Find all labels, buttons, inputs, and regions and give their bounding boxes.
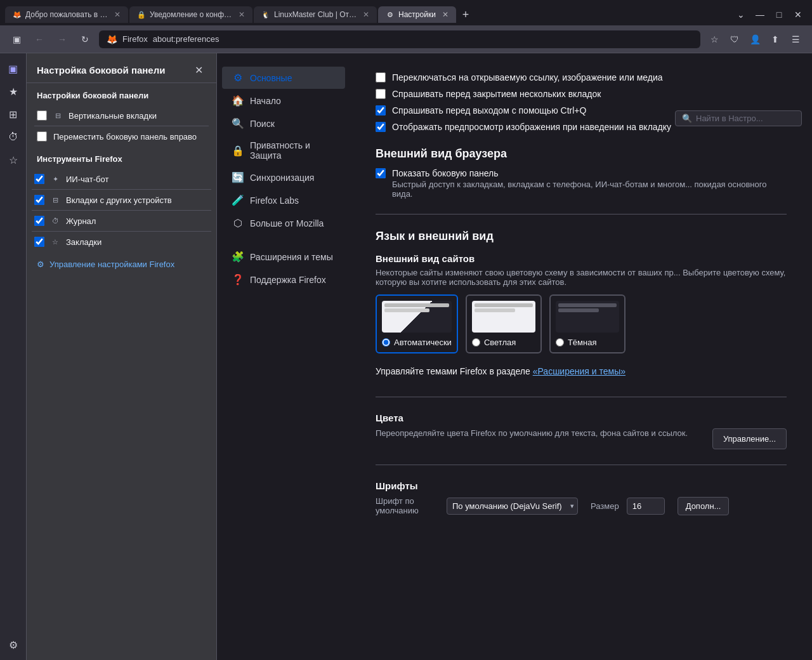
color-scheme-dark-card[interactable]: Тёмная	[549, 294, 625, 353]
search-icon: 🔍	[682, 114, 692, 123]
nav-sync-label: Синхронизация	[250, 173, 314, 183]
panel-close-button[interactable]: ✕	[191, 62, 206, 77]
tab-3[interactable]: 🐧 LinuxMaster Club | Откры... ✕	[254, 6, 377, 23]
bookmarks-tool-label[interactable]: Закладки	[66, 237, 102, 247]
back-button[interactable]: ←	[30, 30, 48, 48]
window-controls: ⌄ — □ ✕	[732, 6, 807, 23]
nav-item-extensions[interactable]: 🧩 Расширения и темы	[222, 246, 345, 268]
tab-4-close[interactable]: ✕	[442, 10, 449, 19]
address-bar[interactable]: 🦊 Firefox about:preferences	[99, 30, 700, 48]
move-sidebar-checkbox[interactable]	[37, 131, 47, 142]
panel-settings-body: ⊟ Вертикальные вкладки Переместить боков…	[27, 105, 216, 147]
manage-colors-button[interactable]: Управление...	[712, 428, 787, 449]
nav-item-mozilla[interactable]: ⬡ Больше от Mozilla	[222, 212, 345, 234]
sidebar-icon-starred[interactable]: ☆	[3, 150, 23, 170]
minimize-button[interactable]: —	[751, 6, 769, 23]
bookmarks-tool-checkbox[interactable]	[34, 237, 44, 247]
sidebar-icon-overview[interactable]: ▣	[3, 58, 23, 79]
nav-item-sync[interactable]: 🔄 Синхронизация	[222, 166, 345, 188]
ask-exit-checkbox[interactable]	[376, 105, 386, 116]
manage-firefox-link[interactable]: ⚙ Управление настройками Firefox	[27, 252, 216, 277]
sidebar-icon-bookmarks[interactable]: ★	[3, 81, 23, 102]
nav-item-labs[interactable]: 🧪 Firefox Labs	[222, 189, 345, 211]
nav-extensions-icon: 🧩	[232, 251, 244, 263]
nav-support-icon: ❓	[232, 274, 244, 286]
sidebar-icon-history[interactable]: ⏱	[3, 127, 23, 147]
maximize-button[interactable]: □	[770, 6, 788, 23]
tab-2-close[interactable]: ✕	[239, 10, 245, 19]
forward-button[interactable]: →	[53, 30, 71, 48]
settings-main: 🔍 Переключаться на открываемую ссылку, и…	[350, 53, 812, 660]
ai-chat-label[interactable]: ИИ-чат-бот	[66, 175, 108, 184]
nav-privacy-label: Приватность и Защита	[250, 140, 335, 161]
tabs-other-label[interactable]: Вкладки с других устройств	[66, 195, 172, 205]
ask-close-tabs-checkbox[interactable]	[376, 89, 386, 99]
reload-button[interactable]: ↻	[76, 30, 94, 48]
close-button[interactable]: ✕	[789, 6, 807, 23]
font-size-select[interactable]: 16	[627, 498, 665, 515]
move-sidebar-label[interactable]: Переместить боковую панель вправо	[53, 132, 197, 142]
tab-2[interactable]: 🔒 Уведомление о конфиде... ✕	[129, 6, 252, 23]
nav-item-home[interactable]: 🏠 Начало	[222, 89, 345, 112]
light-radio[interactable]	[472, 338, 480, 346]
font-advanced-button[interactable]: Дополн...	[678, 497, 730, 515]
panel-header: Настройка боковой панели ✕	[27, 53, 216, 83]
dark-label: Тёмная	[556, 338, 619, 347]
tab-4[interactable]: ⚙ Настройки ✕	[378, 6, 456, 23]
panel-tools-body: ✦ ИИ-чат-бот ⊟ Вкладки с других устройст…	[27, 169, 216, 252]
nav-item-search[interactable]: 🔍 Поиск	[222, 112, 345, 135]
nav-extensions-label: Расширения и темы	[250, 252, 333, 262]
sidebar-toggle-button[interactable]: ▣	[8, 30, 25, 48]
switch-media-label[interactable]: Переключаться на открываемую ссылку, изо…	[392, 72, 663, 82]
nav-item-support[interactable]: ❓ Поддержка Firefox	[222, 268, 345, 291]
journal-label[interactable]: Журнал	[66, 216, 96, 226]
show-sidebar-checkbox[interactable]	[376, 168, 386, 178]
ask-close-label[interactable]: Спрашивать перед закрытием нескольких вк…	[392, 89, 601, 99]
show-preview-checkbox[interactable]	[376, 122, 386, 132]
nav-item-privacy[interactable]: 🔒 Приватность и Защита	[222, 135, 345, 166]
themes-text: Управляйте темами Firefox в разделе	[376, 366, 533, 376]
ai-chat-checkbox[interactable]	[34, 174, 44, 184]
vertical-tabs-checkbox[interactable]	[37, 110, 47, 121]
ask-exit-label[interactable]: Спрашивать перед выходом с помощью Ctrl+…	[392, 105, 586, 116]
themes-link[interactable]: «Расширения и темы»	[533, 366, 625, 376]
tabs-other-icon: ⊟	[51, 195, 60, 204]
panel-checkbox-move-sidebar: Переместить боковую панель вправо	[34, 126, 209, 147]
preview-bar-1	[384, 303, 449, 307]
tab-overflow-button[interactable]: ⌄	[732, 6, 750, 23]
nav-support-label: Поддержка Firefox	[250, 275, 326, 285]
vertical-tabs-label[interactable]: Вертикальные вкладки	[69, 111, 157, 121]
tabs-other-checkbox[interactable]	[34, 195, 44, 205]
color-scheme-grid: Автоматически Светлая	[376, 294, 787, 353]
panel-tools-section: Инструменты Firefox ✦ ИИ-чат-бот ⊟ Вклад…	[27, 147, 216, 252]
show-preview-label[interactable]: Отображать предпросмотр изображения при …	[392, 122, 671, 132]
switch-media-checkbox[interactable]	[376, 72, 386, 82]
light-label: Светлая	[472, 338, 535, 347]
shield-button[interactable]: 🛡	[726, 30, 743, 48]
dark-radio[interactable]	[556, 338, 564, 346]
tab-3-close[interactable]: ✕	[363, 10, 369, 19]
auto-radio[interactable]	[382, 338, 390, 346]
journal-checkbox[interactable]	[34, 216, 44, 226]
bookmark-star-button[interactable]: ☆	[705, 30, 723, 48]
tab-1[interactable]: 🦊 Добро пожаловать в Fire... ✕	[5, 6, 128, 23]
vertical-tabs-icon: ⊟	[53, 111, 62, 120]
sidebar-icon-tabs[interactable]: ⊞	[3, 104, 23, 124]
account-button[interactable]: 👤	[746, 30, 764, 48]
content-area: ⚙ Основные 🏠 Начало 🔍 Поиск 🔒 Приватност…	[217, 53, 812, 660]
new-tab-button[interactable]: +	[457, 6, 475, 24]
tab-1-close[interactable]: ✕	[114, 10, 121, 19]
menu-button[interactable]: ☰	[787, 30, 804, 48]
sync-button[interactable]: ⬆	[766, 30, 784, 48]
journal-icon: ⏱	[51, 216, 60, 225]
settings-search-input[interactable]	[696, 114, 795, 123]
nav-item-general[interactable]: ⚙ Основные	[222, 67, 345, 89]
font-select[interactable]: По умолчанию (DejaVu Serif)	[447, 498, 578, 515]
font-select-wrapper: По умолчанию (DejaVu Serif)	[447, 498, 578, 515]
dark-preview	[556, 301, 619, 333]
tab-3-favicon: 🐧	[261, 10, 270, 19]
color-scheme-light-card[interactable]: Светлая	[466, 294, 542, 353]
navigation-bar: ▣ ← → ↻ 🦊 Firefox about:preferences ☆ 🛡 …	[0, 25, 812, 53]
sidebar-icon-settings[interactable]: ⚙	[3, 635, 23, 655]
color-scheme-auto-card[interactable]: Автоматически	[376, 294, 458, 353]
